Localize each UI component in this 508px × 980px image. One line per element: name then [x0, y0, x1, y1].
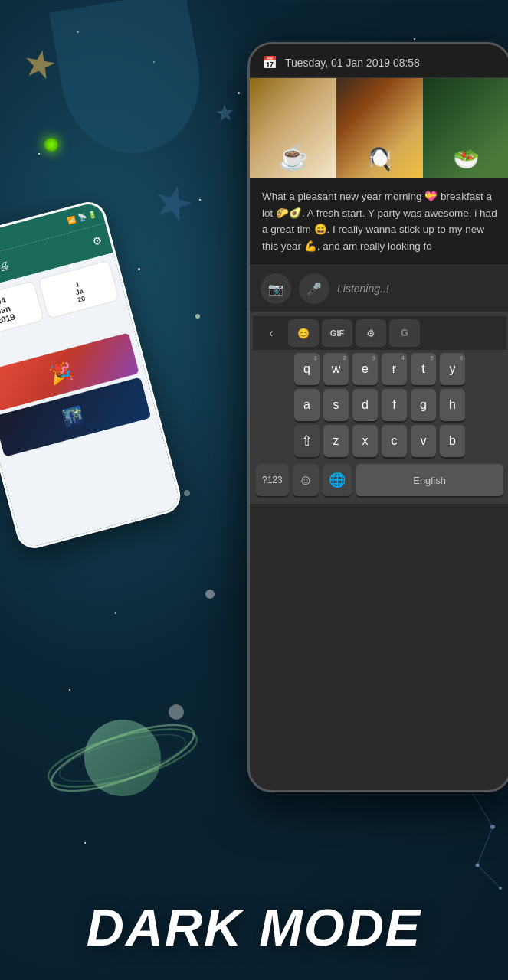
emoji-face-icon: ☺ — [299, 472, 313, 488]
right-phone: 📅 Tuesday, 01 Jan 2019 08:58 ☕ 🍳 🥗 What … — [247, 42, 508, 792]
svg-line-4 — [477, 865, 500, 888]
key-c[interactable]: c — [382, 425, 407, 457]
keyboard-row-3: ⇧ z x c v b — [253, 425, 506, 457]
right-phone-header: 📅 Tuesday, 01 Jan 2019 08:58 — [250, 44, 508, 78]
header-date: Tuesday, 01 Jan 2019 08:58 — [285, 57, 420, 69]
gif-button[interactable]: GIF — [322, 319, 352, 347]
numbers-key[interactable]: ?123 — [256, 464, 289, 496]
dot — [205, 590, 215, 599]
star — [138, 268, 140, 270]
emoji-key[interactable]: ☺ — [293, 464, 319, 496]
key-s[interactable]: s — [323, 389, 349, 421]
key-y[interactable]: 6y — [440, 353, 465, 385]
dark-mode-title: DARK MODE — [0, 897, 508, 957]
key-h[interactable]: h — [440, 389, 465, 421]
svg-point-7 — [476, 864, 480, 867]
voice-input-area[interactable]: 📷 🎤 Listening..! — [250, 265, 508, 312]
star — [238, 92, 240, 94]
key-x[interactable]: x — [352, 425, 378, 457]
star — [199, 199, 201, 201]
wifi-icon: 📶 — [67, 215, 77, 225]
star — [84, 842, 86, 844]
salad-emoji: 🥗 — [453, 146, 480, 172]
dot — [184, 490, 190, 496]
photo-strip: ☕ 🍳 🥗 — [250, 78, 508, 178]
svg-point-6 — [490, 825, 495, 829]
card-date: 04Jan2019 — [0, 289, 36, 331]
keyboard-settings-button[interactable]: ⚙ — [356, 319, 386, 347]
keyboard-back-button[interactable]: ‹ — [257, 319, 285, 347]
moon-shape — [49, 0, 211, 164]
journal-text-area: What a pleasant new year morning 💝 break… — [250, 178, 508, 265]
listening-text: Listening..! — [337, 283, 499, 295]
star-decoration: ★ — [147, 172, 201, 234]
camera-button[interactable]: 📷 — [261, 273, 291, 304]
photo-food: 🍳 — [336, 78, 423, 178]
journal-card-2: 1Ja20 — [38, 260, 120, 319]
back-chevron-icon: ‹ — [269, 326, 273, 340]
signal-icon: 📡 — [77, 213, 87, 223]
space-key[interactable]: English — [356, 464, 503, 496]
planet-decoration — [38, 674, 207, 842]
more-icon: G — [401, 328, 408, 338]
key-f[interactable]: f — [382, 389, 407, 421]
settings-gear-icon: ⚙ — [366, 328, 375, 339]
journal-card-1: 04Jan2019 — [0, 280, 44, 339]
emoji-icon: 😊 — [297, 328, 310, 339]
mic-icon: 🎤 — [306, 282, 322, 296]
key-e[interactable]: 3e — [352, 353, 378, 385]
svg-line-2 — [470, 789, 493, 827]
key-r[interactable]: 4r — [382, 353, 407, 385]
svg-point-8 — [499, 887, 502, 890]
key-z[interactable]: z — [323, 425, 349, 457]
journal-content: What a pleasant new year morning 💝 break… — [262, 191, 497, 252]
glow-dot — [44, 138, 58, 152]
photo-salad: 🥗 — [423, 78, 508, 178]
star — [115, 612, 116, 614]
key-a[interactable]: a — [294, 389, 320, 421]
shift-key[interactable]: ⇧ — [294, 425, 320, 457]
print-icon[interactable]: 🖨 — [0, 259, 11, 273]
key-b[interactable]: b — [440, 425, 465, 457]
calendar-icon: 📅 — [262, 55, 277, 70]
emoji-picker-button[interactable]: 😊 — [288, 319, 319, 347]
settings-icon[interactable]: ⚙ — [90, 234, 103, 249]
keyboard-bottom-row: ?123 ☺ 🌐 English — [253, 461, 506, 499]
camera-icon: 📷 — [268, 282, 283, 296]
photo-coffee: ☕ — [250, 78, 336, 178]
svg-point-1 — [55, 725, 190, 792]
keyboard-row-1: 1q 2w 3e 4r 5t 6y — [253, 353, 506, 385]
key-q[interactable]: 1q — [294, 353, 320, 385]
key-t[interactable]: 5t — [411, 353, 436, 385]
coffee-emoji: ☕ — [278, 142, 309, 172]
key-v[interactable]: v — [411, 425, 436, 457]
card-date-partial: 1Ja20 — [48, 273, 111, 311]
globe-icon: 🌐 — [329, 472, 346, 488]
svg-point-0 — [43, 717, 202, 799]
key-d[interactable]: d — [352, 389, 378, 421]
food-emoji: 🍳 — [366, 146, 393, 172]
keyboard-row-2: a s d f g h — [253, 389, 506, 421]
gif-label: GIF — [330, 328, 344, 338]
keyboard-more-button[interactable]: G — [389, 319, 420, 347]
star — [414, 38, 415, 40]
globe-key[interactable]: 🌐 — [323, 464, 352, 496]
key-w[interactable]: 2w — [323, 353, 349, 385]
key-g[interactable]: g — [411, 389, 436, 421]
star — [38, 153, 40, 155]
dot — [195, 314, 200, 318]
space-label: English — [413, 475, 446, 486]
numbers-label: ?123 — [262, 475, 283, 485]
star-decoration: ★ — [214, 99, 237, 127]
mic-button[interactable]: 🎤 — [299, 273, 329, 304]
battery-icon: 🔋 — [87, 210, 97, 220]
keyboard-toolbar: ‹ 😊 GIF ⚙ G — [253, 316, 506, 350]
svg-line-3 — [477, 827, 493, 865]
keyboard: ‹ 😊 GIF ⚙ G 1q 2w 3e 4r 5t 6y — [250, 312, 508, 504]
